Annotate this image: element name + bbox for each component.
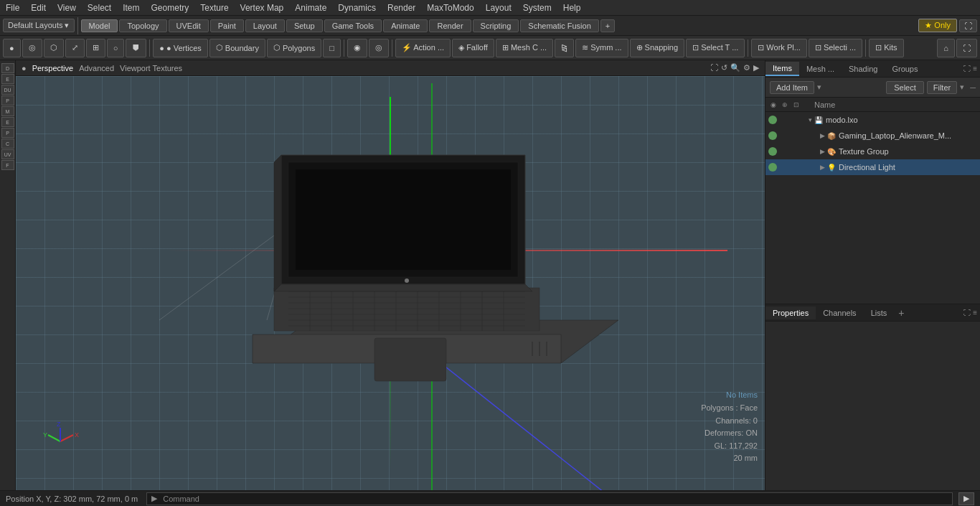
sidebar-icon-3[interactable]: DU: [1, 85, 14, 95]
menu-texture[interactable]: Texture: [194, 1, 234, 14]
dropdown-arrow[interactable]: ▾: [817, 83, 821, 92]
sidebar-icon-7[interactable]: P: [1, 128, 14, 138]
preset-render[interactable]: Render: [429, 19, 471, 32]
falloff-btn[interactable]: ◈ Falloff: [452, 39, 494, 57]
sidebar-icon-2[interactable]: E: [1, 74, 14, 84]
eye2-btn[interactable]: ◎: [369, 39, 389, 57]
vp-dot[interactable]: ●: [22, 64, 27, 72]
settings-panel-icon[interactable]: ≡: [973, 65, 977, 72]
preset-paint[interactable]: Paint: [210, 19, 244, 32]
snapping-btn[interactable]: ⊕ Snapping: [630, 39, 685, 57]
select-mode-btn[interactable]: ●: [3, 39, 21, 57]
execute-command-btn[interactable]: ▶: [958, 492, 974, 505]
filter-button[interactable]: Filter: [927, 81, 957, 94]
vis-eye-texture[interactable]: [768, 147, 777, 156]
tree-arrow-root[interactable]: ▾: [809, 116, 812, 123]
square-btn[interactable]: □: [323, 39, 341, 57]
vp-reset-icon[interactable]: ↺: [721, 63, 727, 72]
preset-animate[interactable]: Animate: [383, 19, 428, 32]
vp-fullscreen-icon[interactable]: ⛶: [710, 63, 718, 72]
kits-btn[interactable]: ⊡ Kits: [869, 39, 903, 57]
action-btn[interactable]: ⚡ Action ...: [395, 39, 451, 57]
command-area[interactable]: ▶ Command: [146, 492, 953, 505]
symm-btn[interactable]: ≋ Symm ...: [575, 39, 628, 57]
menu-help[interactable]: Help: [557, 1, 587, 14]
home-view-btn[interactable]: ⌂: [937, 39, 955, 57]
lasso-btn[interactable]: ⬡: [44, 39, 64, 57]
polygons-btn[interactable]: ⬡ Polygons: [267, 39, 321, 57]
selection-btn[interactable]: ⊡ Selecti ...: [809, 39, 862, 57]
prop-tab-channels[interactable]: Channels: [816, 306, 863, 319]
panel-minus[interactable]: ─: [970, 83, 976, 92]
sidebar-icon-6[interactable]: E: [1, 117, 14, 127]
sidebar-icon-5[interactable]: M: [1, 106, 14, 116]
tree-item-texture[interactable]: ▶ 🎨 Texture Group: [765, 144, 980, 159]
tree-item-root[interactable]: ▾ 💾 modo.lxo: [765, 112, 980, 128]
menu-edit[interactable]: Edit: [25, 1, 52, 14]
vp-tab-textures[interactable]: Viewport Textures: [120, 64, 182, 72]
tree-item-laptop[interactable]: ▶ 📦 Gaming_Laptop_Alienware_M...: [765, 128, 980, 144]
preset-model[interactable]: Model: [81, 19, 118, 32]
preset-layout[interactable]: Layout: [245, 19, 285, 32]
add-prop-tab-btn[interactable]: +: [894, 307, 908, 319]
vp-tab-perspective[interactable]: Perspective: [32, 64, 73, 72]
viewport-canvas[interactable]: X Y Z No Items Polygons : Face Channels:…: [16, 76, 765, 490]
preset-topology[interactable]: Topology: [119, 19, 166, 32]
eye-btn[interactable]: ◉: [347, 39, 367, 57]
filter-arrow[interactable]: ▾: [960, 83, 964, 92]
prop-tab-properties[interactable]: Properties: [765, 306, 816, 319]
circle-select-btn[interactable]: ○: [107, 39, 125, 57]
add-item-button[interactable]: Add Item: [770, 81, 814, 94]
sym-btn[interactable]: ⧎: [555, 39, 574, 57]
preset-game-tools[interactable]: Game Tools: [324, 19, 382, 32]
menu-system[interactable]: System: [517, 1, 557, 14]
sidebar-icon-1[interactable]: D: [1, 63, 14, 73]
menu-item[interactable]: Item: [117, 1, 145, 14]
vp-tab-advanced[interactable]: Advanced: [79, 64, 114, 72]
vis-eye-root[interactable]: [768, 116, 777, 124]
tree-item-light[interactable]: ▶ 💡 Directional Light: [765, 159, 980, 175]
default-layouts-button[interactable]: Default Layouts ▾: [3, 19, 75, 32]
prop-tab-lists[interactable]: Lists: [864, 306, 895, 319]
tab-mesh[interactable]: Mesh ...: [799, 62, 842, 75]
tree-arrow-texture[interactable]: ▶: [820, 148, 825, 155]
grid-btn[interactable]: ⊞: [86, 39, 105, 57]
preset-setup[interactable]: Setup: [286, 19, 323, 32]
fullscreen-btn[interactable]: ⛶: [956, 39, 977, 57]
vertices-btn[interactable]: ● ● Vertices: [153, 39, 208, 57]
vis-eye-light[interactable]: [768, 163, 777, 172]
prop-settings-icon[interactable]: ≡: [973, 309, 977, 317]
menu-file[interactable]: File: [0, 1, 25, 14]
vis-eye-laptop[interactable]: [768, 131, 777, 140]
command-input[interactable]: [207, 495, 948, 503]
viewport[interactable]: ● Perspective Advanced Viewport Textures…: [16, 60, 765, 490]
boundary-btn[interactable]: ⬡ Boundary: [209, 39, 265, 57]
vp-settings-icon[interactable]: ⚙: [743, 63, 750, 72]
tab-shading[interactable]: Shading: [842, 62, 885, 75]
star-only-button[interactable]: ★ Only: [918, 19, 957, 32]
menu-render[interactable]: Render: [382, 1, 421, 14]
preset-schematic[interactable]: Schematic Fusion: [520, 19, 598, 32]
vp-zoom-icon[interactable]: 🔍: [730, 63, 740, 72]
tree-arrow-laptop[interactable]: ▶: [820, 132, 825, 139]
tab-items[interactable]: Items: [765, 62, 799, 76]
shield-btn[interactable]: ⛊: [126, 39, 146, 57]
mesh-btn[interactable]: ⊞ Mesh C ...: [496, 39, 553, 57]
menu-maxtomodo[interactable]: MaxToModo: [421, 1, 479, 14]
preset-uvedit[interactable]: UVEdit: [169, 19, 209, 32]
tab-groups[interactable]: Groups: [885, 62, 925, 75]
preset-scripting[interactable]: Scripting: [473, 19, 519, 32]
menu-vertex-map[interactable]: Vertex Map: [235, 1, 290, 14]
menu-layout[interactable]: Layout: [480, 1, 517, 14]
vp-expand-icon[interactable]: ▶: [753, 63, 759, 72]
tree-arrow-light[interactable]: ▶: [820, 164, 825, 171]
menu-view[interactable]: View: [52, 1, 82, 14]
menu-select[interactable]: Select: [82, 1, 117, 14]
sidebar-icon-10[interactable]: F: [1, 160, 14, 170]
sidebar-icon-8[interactable]: C: [1, 139, 14, 149]
select-button[interactable]: Select: [886, 81, 924, 94]
prop-expand-icon[interactable]: ⛶: [963, 309, 971, 317]
global-btn[interactable]: ◎: [22, 39, 42, 57]
menu-geometry[interactable]: Geometry: [146, 1, 195, 14]
menu-dynamics[interactable]: Dynamics: [332, 1, 382, 14]
